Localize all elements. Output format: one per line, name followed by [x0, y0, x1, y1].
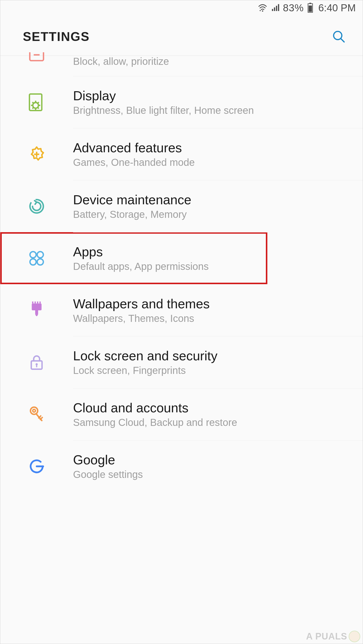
svg-line-16	[32, 107, 33, 108]
svg-point-23	[30, 259, 36, 265]
settings-item-notifications[interactable]: Notifications Block, allow, prioritize	[0, 56, 363, 76]
svg-point-9	[33, 103, 39, 108]
signal-icon	[271, 4, 279, 12]
svg-line-15	[38, 107, 39, 108]
clock: 6:40 PM	[318, 2, 356, 14]
settings-item-apps[interactable]: Apps Default apps, App permissions	[0, 232, 267, 284]
item-subtitle: Google settings	[73, 469, 143, 480]
settings-item-lock[interactable]: Lock screen and security Lock screen, Fi…	[0, 336, 363, 388]
settings-item-cloud[interactable]: Cloud and accounts Samsung Cloud, Backup…	[0, 388, 363, 440]
search-icon	[332, 30, 346, 44]
settings-item-wallpapers[interactable]: Wallpapers and themes Wallpapers, Themes…	[0, 284, 363, 336]
watermark-text: A PUALS	[306, 631, 347, 642]
item-subtitle: Brightness, Blue light filter, Home scre…	[73, 105, 254, 116]
item-subtitle: Wallpapers, Themes, Icons	[73, 313, 210, 324]
advanced-icon	[25, 143, 48, 166]
svg-point-0	[262, 10, 263, 12]
battery-percent: 83%	[283, 2, 304, 14]
item-title: Device maintenance	[73, 192, 191, 207]
svg-rect-6	[30, 52, 44, 61]
svg-point-24	[37, 259, 43, 265]
maintenance-icon	[25, 195, 48, 218]
item-title: Apps	[73, 244, 209, 259]
settings-item-advanced[interactable]: Advanced features Games, One-handed mode	[0, 128, 363, 180]
apps-icon	[25, 247, 48, 270]
item-title: Lock screen and security	[73, 348, 217, 363]
lock-icon	[25, 351, 48, 374]
item-title: Google	[73, 452, 143, 467]
settings-item-maintenance[interactable]: Device maintenance Battery, Storage, Mem…	[0, 180, 363, 232]
watermark-avatar-icon	[349, 631, 360, 642]
wallpapers-icon	[25, 299, 48, 322]
settings-screen: 83% 6:40 PM SETTINGS Notifications Block…	[0, 0, 363, 644]
svg-point-20	[27, 197, 46, 216]
battery-icon	[307, 3, 313, 13]
item-subtitle: Battery, Storage, Memory	[73, 209, 191, 220]
item-subtitle: Samsung Cloud, Backup and restore	[73, 417, 237, 428]
cloud-icon	[25, 403, 48, 426]
svg-line-14	[32, 102, 33, 103]
page-title: SETTINGS	[23, 29, 90, 44]
google-icon	[25, 455, 48, 478]
svg-rect-25	[32, 303, 42, 310]
svg-point-35	[33, 409, 35, 412]
notifications-icon	[25, 52, 48, 61]
settings-item-display[interactable]: Display Brightness, Blue light filter, H…	[0, 76, 363, 128]
item-title: Cloud and accounts	[73, 400, 237, 415]
item-subtitle: Games, One-handed mode	[73, 157, 195, 168]
watermark: A PUALS	[306, 631, 360, 642]
status-bar: 83% 6:40 PM	[0, 0, 363, 15]
svg-point-34	[30, 407, 38, 414]
item-title: Advanced features	[73, 140, 195, 155]
svg-point-21	[30, 252, 36, 258]
svg-line-17	[38, 102, 39, 103]
search-button[interactable]	[330, 28, 348, 45]
settings-list: Notifications Block, allow, prioritize D…	[0, 56, 363, 492]
wifi-icon	[258, 4, 267, 12]
item-title: Wallpapers and themes	[73, 296, 210, 311]
svg-line-5	[341, 39, 344, 42]
header: SETTINGS	[0, 15, 363, 56]
svg-line-37	[40, 417, 42, 419]
settings-item-google[interactable]: Google Google settings	[0, 440, 363, 492]
item-subtitle: Block, allow, prioritize	[73, 56, 169, 67]
item-subtitle: Lock screen, Fingerprints	[73, 365, 217, 376]
svg-rect-3	[309, 6, 312, 12]
svg-point-22	[37, 252, 43, 258]
display-icon	[25, 91, 48, 114]
item-subtitle: Default apps, App permissions	[73, 261, 209, 272]
svg-rect-30	[35, 310, 38, 314]
item-title: Display	[73, 88, 254, 103]
